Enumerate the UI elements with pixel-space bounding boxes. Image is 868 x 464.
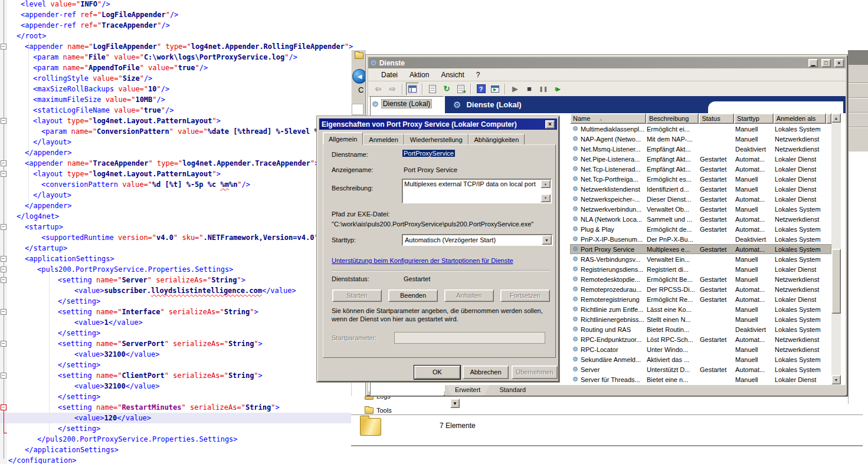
- fortsetzen-button[interactable]: Fortsetzen: [500, 289, 550, 302]
- starten-button[interactable]: Starten: [332, 289, 382, 302]
- service-row[interactable]: ⚙PnP-X-IP-Busenum...Der PnP-X-Bu...Deakt…: [570, 234, 831, 244]
- fold-collapse-icon[interactable]: −: [1, 373, 6, 379]
- fold-collapse-icon-active[interactable]: −: [1, 404, 6, 410]
- explorer-tree-item[interactable]: Logs: [365, 396, 391, 400]
- service-cell: Automat...: [735, 336, 775, 343]
- tab-anmelden[interactable]: Anmelden: [363, 134, 404, 145]
- show-console-tree-icon[interactable]: [406, 83, 419, 96]
- service-row[interactable]: ⚙Sekundäre Anmeld...Aktiviert das ...Man…: [570, 354, 831, 364]
- service-row[interactable]: ⚙Remoteprozedurau...Der RPCSS-Di...Gesta…: [570, 284, 831, 294]
- beschreibung-textbox[interactable]: Multiplexes external TCP/IP data on loca…: [402, 179, 552, 203]
- fold-collapse-icon[interactable]: −: [1, 118, 6, 124]
- service-row[interactable]: ⚙Multimediaklassenpl...Ermöglicht ei...M…: [570, 124, 831, 134]
- extended-view-icon[interactable]: [489, 83, 502, 96]
- service-row[interactable]: ⚙Registrierungsdiens...Registriert di...…: [570, 264, 831, 274]
- scroll-down-icon[interactable]: ▼: [541, 194, 551, 202]
- refresh-icon[interactable]: ↻: [440, 83, 453, 96]
- service-row[interactable]: ⚙Richtlinienergebniss...Stellt einen N..…: [570, 314, 831, 324]
- column-header-status[interactable]: Status: [699, 113, 734, 124]
- stop-service-icon[interactable]: ■: [523, 83, 536, 96]
- fold-collapse-icon[interactable]: −: [1, 277, 6, 283]
- menu-item-?[interactable]: ?: [470, 70, 486, 80]
- menu-item-ansicht[interactable]: Ansicht: [435, 70, 470, 80]
- tab-page-allgemein: Dienstname: PortProxyService Anzeigename…: [323, 144, 556, 358]
- menu-item-aktion[interactable]: Aktion: [404, 70, 435, 80]
- service-row[interactable]: ⚙Net.Msmq-Listener...Empfängt Akt...Deak…: [570, 144, 831, 154]
- anhalten-button[interactable]: Anhalten: [444, 289, 494, 302]
- start-service-icon[interactable]: ▶: [509, 83, 522, 96]
- scroll-up-icon[interactable]: ▲: [831, 113, 841, 123]
- column-header-beschreibung[interactable]: Beschreibung: [646, 113, 699, 124]
- restart-service-icon[interactable]: I▶: [551, 83, 564, 96]
- close-icon[interactable]: ×: [545, 120, 555, 129]
- service-row[interactable]: ⚙Plug & PlayErmöglicht de...GestartetAut…: [570, 224, 831, 234]
- menu-item-datei[interactable]: Datei: [375, 70, 404, 80]
- service-row[interactable]: ⚙Net.Tcp-Portfreiga...Ermöglicht es...Ge…: [570, 174, 831, 184]
- service-row[interactable]: ⚙Richtlinie zum Entfe...Lässt eine Ko...…: [570, 304, 831, 314]
- scrollbar-thumb[interactable]: [831, 249, 841, 314]
- abbrechen-button[interactable]: Abbrechen: [463, 366, 509, 379]
- maximize-button[interactable]: □: [821, 59, 831, 67]
- startparameter-input[interactable]: [394, 332, 545, 344]
- pause-service-icon[interactable]: ❚❚: [537, 83, 550, 96]
- scroll-up-icon[interactable]: ▲: [541, 180, 551, 188]
- startoptions-help-link[interactable]: Unterstützung beim Konfigurieren der Sta…: [332, 257, 513, 264]
- fold-collapse-icon[interactable]: −: [1, 341, 6, 347]
- properties-icon[interactable]: [426, 83, 439, 96]
- list-scrollbar[interactable]: ▲ ▼: [831, 113, 841, 384]
- forward-icon[interactable]: ⇨: [386, 83, 399, 96]
- fold-collapse-icon[interactable]: −: [1, 44, 6, 50]
- uebernehmen-button[interactable]: Übernehmen: [512, 366, 558, 379]
- tab-wiederherstellung[interactable]: Wiederherstellung: [404, 134, 469, 145]
- service-row[interactable]: ⚙RPC-Endpunktzuor...Löst RPC-Sch...Gesta…: [570, 334, 831, 344]
- beenden-button[interactable]: Beenden: [388, 289, 438, 302]
- explorer-combo-dropdown-button[interactable]: ▼: [450, 399, 460, 408]
- service-row[interactable]: ⚙NLA (Network Loca...Sammelt und ...Gest…: [570, 214, 831, 224]
- editor-fold-gutter[interactable]: −−−−−−−−−−−−: [0, 0, 8, 464]
- explorer-back-button[interactable]: ◀: [352, 69, 367, 84]
- service-row[interactable]: ⚙Port Proxy ServiceMultiplexes e...Gesta…: [570, 244, 831, 254]
- close-button[interactable]: ×: [834, 59, 844, 67]
- help-icon[interactable]: ?: [474, 83, 487, 96]
- view-tab-standard[interactable]: Standard: [490, 385, 535, 396]
- service-row[interactable]: ⚙Remotedesktopdie...Ermöglicht Be...Gest…: [570, 274, 831, 284]
- service-row[interactable]: ⚙NAP-Agent (Netwo...Mit dem NAP-...Manue…: [570, 134, 831, 144]
- dienste-titlebar[interactable]: ⚙ Dienste ▁ □ ×: [368, 57, 846, 68]
- fold-collapse-icon[interactable]: −: [1, 224, 6, 230]
- dialog-titlebar[interactable]: Eigenschaften von Port Proxy Service (Lo…: [319, 119, 557, 130]
- service-row[interactable]: ⚙ServerUnterstützt D...GestartetAutomat.…: [570, 364, 831, 374]
- fold-collapse-icon[interactable]: −: [1, 256, 6, 262]
- startparameter-label: Startparameter:: [332, 334, 376, 341]
- column-header-starttyp[interactable]: Starttyp: [734, 113, 774, 124]
- tab-abhängigkeiten[interactable]: Abhängigkeiten: [469, 134, 525, 145]
- service-row[interactable]: ⚙Net.Pipe-Listenera...Empfängt Akt...Ges…: [570, 154, 831, 164]
- service-row[interactable]: ⚙RemoteregistrierungErmöglicht Re...Gest…: [570, 294, 831, 304]
- service-row[interactable]: ⚙Server für Threads...Bietet eine n...Ma…: [570, 374, 831, 384]
- column-header-anmeldenals[interactable]: Anmelden als: [774, 113, 826, 124]
- fold-collapse-icon[interactable]: −: [1, 266, 6, 272]
- chevron-down-icon[interactable]: ▼: [542, 235, 552, 245]
- service-row[interactable]: ⚙RPC-LocatorUnter Windo...ManuellNetzwer…: [570, 344, 831, 354]
- service-row[interactable]: ⚙RAS-Verbindungsv...Verwaltet Ein...Manu…: [570, 254, 831, 264]
- fold-collapse-icon[interactable]: −: [1, 309, 6, 315]
- service-row[interactable]: ⚙Netzwerkverbindun...Verwaltet Ob...Gest…: [570, 204, 831, 214]
- fold-collapse-icon[interactable]: −: [1, 160, 6, 166]
- minimize-button[interactable]: ▁: [808, 59, 818, 67]
- tab-allgemein[interactable]: Allgemein: [323, 132, 363, 145]
- export-list-icon[interactable]: [454, 83, 467, 96]
- service-cell: Gestartet: [700, 276, 735, 283]
- service-row[interactable]: ⚙Routing und RASBietet Routin...Deaktivi…: [570, 324, 831, 334]
- service-row[interactable]: ⚙NetzwerklistendienstIdentifiziert d...G…: [570, 184, 831, 194]
- service-row[interactable]: ⚙Netzwerkspeicher-...Dieser Dienst...Ges…: [570, 194, 831, 204]
- view-tab-erweitert[interactable]: Erweitert: [446, 385, 490, 396]
- scroll-down-icon[interactable]: ▼: [831, 375, 841, 384]
- service-row[interactable]: ⚙Net.Tcp-Listenerad...Empfängt Akt...Ges…: [570, 164, 831, 174]
- ok-button[interactable]: OK: [414, 366, 460, 379]
- service-cell: Gestartet: [700, 166, 735, 173]
- starttyp-combobox[interactable]: Automatisch (Verzögerter Start) ▼: [402, 234, 553, 246]
- back-icon[interactable]: ⇦: [372, 83, 385, 96]
- tree-item-dienste-lokal[interactable]: ⚙ Dienste (Lokal): [372, 99, 442, 108]
- fold-collapse-icon[interactable]: −: [1, 171, 6, 177]
- column-header-name[interactable]: Name▲: [570, 113, 646, 124]
- explorer-tree-item[interactable]: Tools: [365, 407, 392, 414]
